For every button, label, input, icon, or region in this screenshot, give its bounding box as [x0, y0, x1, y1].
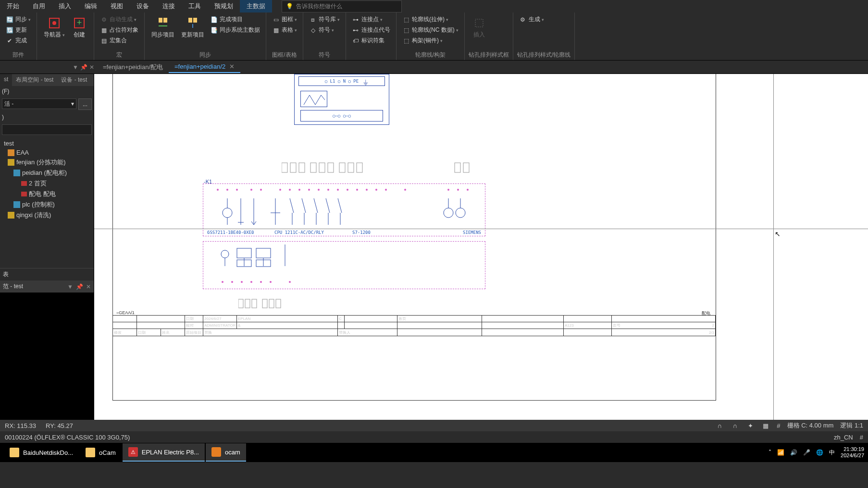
- status-zoom: 逻辑 1:1: [840, 421, 863, 430]
- contour-nc-button[interactable]: ⬚轮廓线(NC 数据): [400, 25, 460, 35]
- syncsys-button[interactable]: 📑同步系统主数据: [208, 25, 262, 35]
- status-bar-1: RX: 115.33 RY: 45.27 ∩ ∩ ✦ ▦ # 栅格 C: 4.0…: [0, 420, 868, 431]
- svg-rect-69: [256, 248, 271, 258]
- dropdown-icon[interactable]: ▼: [67, 283, 73, 290]
- svg-point-76: [241, 281, 243, 283]
- device-box-top[interactable]: ○ L1 ○ N ○ PE ○—○ ○—○: [294, 74, 389, 125]
- updateproj-icon: [185, 15, 200, 31]
- menu-edit[interactable]: 编辑: [78, 0, 104, 12]
- task-baidu[interactable]: BaiduNetdiskDo...: [4, 443, 79, 462]
- frame-cu-button[interactable]: ⬚构架(铜件): [400, 36, 460, 46]
- group-label-drill2: 钻孔排列样式/轮廓线: [517, 50, 570, 59]
- conn-button[interactable]: ⊶连接点: [350, 14, 392, 24]
- contour-ext-button[interactable]: ⬚轮廓线(拉伸): [400, 14, 460, 24]
- generate-button[interactable]: ⚙生成: [517, 14, 546, 24]
- task-ocam[interactable]: ocam: [206, 443, 246, 462]
- close-icon[interactable]: ✕: [86, 283, 91, 290]
- svg-point-31: [337, 189, 339, 191]
- table-button[interactable]: ▦表格: [270, 25, 299, 35]
- navigator-button[interactable]: 导航器: [41, 14, 68, 40]
- tree-item-qingxi[interactable]: qingxi (清洗): [0, 210, 94, 220]
- idset-button[interactable]: 🏷标识符集: [350, 36, 392, 46]
- menu-insert[interactable]: 插入: [52, 0, 78, 12]
- menu-preplan[interactable]: 预规划: [208, 0, 240, 12]
- svg-line-55: [314, 198, 318, 213]
- svg-point-36: [385, 189, 387, 191]
- menu-custom[interactable]: 自用: [26, 0, 52, 12]
- filter-more-button[interactable]: ...: [78, 98, 92, 110]
- group-label-symbol: 符号: [307, 50, 342, 59]
- panel-tab-st[interactable]: st: [0, 74, 12, 86]
- plc-box-lower[interactable]: [203, 241, 485, 289]
- menu-device[interactable]: 设备: [130, 0, 156, 12]
- section-table[interactable]: 表: [0, 268, 94, 281]
- syncproj-button[interactable]: 同步项目: [149, 14, 177, 40]
- tray-ime[interactable]: 中: [829, 449, 835, 457]
- doc-tab-2[interactable]: =fenjian+peidian/2 ✕: [169, 61, 240, 73]
- sync-button[interactable]: 🔄同步: [4, 14, 33, 24]
- pin-icon[interactable]: 📌: [80, 64, 87, 71]
- left-panel-tabs: st 布局空间 - test 设备 - test: [0, 74, 94, 86]
- snap2-icon[interactable]: ∩: [731, 421, 739, 430]
- panel-tab-layout[interactable]: 布局空间 - test: [12, 74, 57, 86]
- series-label: S7-1200: [352, 230, 371, 235]
- svg-rect-86: [276, 299, 281, 308]
- updateproj-button[interactable]: 更新项目: [178, 14, 207, 40]
- dropdown-icon[interactable]: ▼: [73, 64, 78, 71]
- tray-chevron-icon[interactable]: ˄: [769, 449, 771, 456]
- grid-icon[interactable]: ▦: [761, 421, 770, 430]
- menu-masterdata[interactable]: 主数据: [240, 0, 272, 12]
- complete-button[interactable]: ✔完成: [4, 36, 33, 46]
- svg-point-30: [327, 189, 329, 191]
- tray-volume-icon[interactable]: 🔊: [790, 449, 797, 456]
- complproj-button[interactable]: 📄完成项目: [208, 14, 262, 24]
- menu-start[interactable]: 开始: [0, 0, 26, 12]
- svg-point-26: [289, 189, 291, 191]
- symbol-button[interactable]: ◇符号: [307, 25, 342, 35]
- svg-point-20: [217, 189, 219, 191]
- close-panel-icon[interactable]: ✕: [89, 64, 94, 71]
- connid-button[interactable]: ⊷连接点代号: [350, 25, 392, 35]
- tree-item-page-pd[interactable]: 配电 配电: [0, 189, 94, 199]
- tree-search-input[interactable]: [2, 124, 92, 135]
- syncproj-icon: [155, 15, 171, 31]
- panel-tab-device[interactable]: 设备 - test: [57, 74, 91, 86]
- svg-rect-7: [193, 18, 197, 23]
- tray-globe-icon[interactable]: 🌐: [816, 449, 823, 456]
- tree-item-eaa[interactable]: EAA: [0, 148, 94, 157]
- tray-wifi-icon[interactable]: 📶: [777, 449, 784, 456]
- close-icon[interactable]: ✕: [229, 63, 235, 70]
- tree-item-peidian[interactable]: peidian (配电柜): [0, 168, 94, 178]
- symlib-button[interactable]: ⧈符号库: [307, 14, 342, 24]
- complete-icon: ✔: [6, 37, 13, 45]
- tree-item-root[interactable]: test: [0, 139, 94, 148]
- doc-tab-1[interactable]: =fenjian+peidian/配电: [97, 61, 169, 73]
- tray-clock[interactable]: 21:30:19 2024/6/27: [841, 446, 864, 459]
- update-button[interactable]: 🔃更新: [4, 25, 33, 35]
- menu-connect[interactable]: 连接: [156, 0, 182, 12]
- svg-point-23: [250, 189, 252, 191]
- create-button[interactable]: +创建: [69, 14, 90, 40]
- tree-item-plc[interactable]: plc (控制柜): [0, 199, 94, 210]
- target-icon[interactable]: ✦: [746, 421, 755, 430]
- menu-tools[interactable]: 工具: [182, 0, 208, 12]
- menu-view[interactable]: 视图: [104, 0, 130, 12]
- drawing-canvas[interactable]: ○ L1 ○ N ○ PE ○—○ ○—○ ⏚ -K1: [94, 74, 868, 420]
- frame-button[interactable]: ▭图框: [270, 14, 299, 24]
- tell-me-search[interactable]: 💡 告诉我你想做什么: [282, 0, 402, 12]
- task-eplan[interactable]: ⚠ EPLAN Electric P8...: [123, 443, 205, 462]
- pin-icon[interactable]: 📌: [76, 283, 83, 290]
- snap-icon[interactable]: ∩: [715, 421, 724, 430]
- autogen-button[interactable]: ⚙自动生成: [98, 14, 140, 24]
- macroset-button[interactable]: ▤宏集合: [98, 36, 140, 46]
- macroset-icon: ▤: [100, 37, 108, 45]
- tree-item-page-2[interactable]: 2 首页: [0, 178, 94, 189]
- tree-item-fenjian[interactable]: fenjian (分拣功能): [0, 157, 94, 168]
- filter-select[interactable]: 活 -▾: [2, 98, 76, 109]
- placeholder-button[interactable]: ▦占位符对象: [98, 25, 140, 35]
- task-ocam-folder[interactable]: oCam: [80, 443, 122, 462]
- group-label-drill1: 钻孔排列样式框: [469, 50, 509, 59]
- syncsys-icon: 📑: [210, 26, 218, 34]
- doc-tab-label: =fenjian+peidian/配电: [103, 63, 163, 72]
- tray-mic-icon[interactable]: 🎤: [803, 449, 810, 456]
